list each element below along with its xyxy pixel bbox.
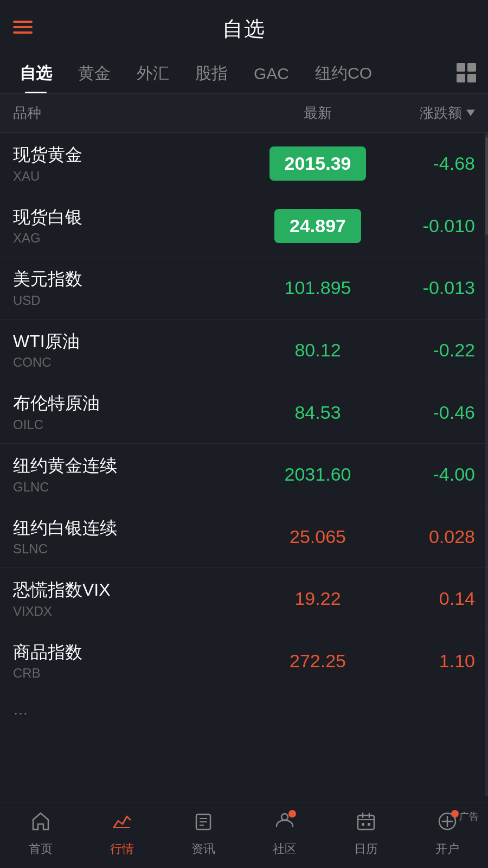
nav-label-news: 资讯 (191, 841, 215, 857)
row-name-en: XAG (13, 231, 258, 246)
community-badge (288, 810, 296, 818)
nav-item-calendar[interactable]: 日历 (339, 811, 393, 857)
row-latest-col: 2015.39 (258, 146, 377, 181)
row-change-col: -0.46 (377, 402, 475, 423)
latest-price: 25.065 (290, 526, 346, 547)
latest-price: 84.53 (294, 402, 341, 423)
table-body: 现货黄金 XAU 2015.39 -4.68 现货白银 XAG 24.897 -… (0, 133, 488, 731)
table-row[interactable]: 现货黄金 XAU 2015.39 -4.68 (0, 133, 488, 195)
tab-huangjin[interactable]: 黄金 (65, 54, 124, 93)
row-name-en: USD (13, 293, 258, 308)
table-row[interactable]: 纽约黄金连续 GLNC 2031.60 -4.00 (0, 444, 488, 506)
row-latest-col: 272.25 (258, 650, 377, 672)
svg-rect-10 (358, 815, 374, 829)
table-header: 品种 最新 涨跌额 (0, 94, 488, 133)
nav-label-community: 社区 (273, 841, 297, 857)
tabs-container: 自选 黄金 外汇 股指 GAC 纽约CO (0, 54, 488, 94)
row-change-col: -0.010 (377, 215, 475, 237)
row-name-en: OILC (13, 417, 258, 432)
latest-price: 2031.60 (285, 464, 351, 484)
table-row[interactable]: 纽约白银连续 SLNC 25.065 0.028 (0, 506, 488, 569)
tab-zixuan[interactable]: 自选 (7, 54, 65, 93)
svg-point-9 (281, 814, 288, 820)
row-latest-col: 101.895 (258, 277, 377, 298)
row-name-zh: 现货黄金 (13, 144, 258, 167)
page-title: 自选 (222, 15, 266, 43)
svg-rect-0 (457, 63, 465, 72)
latest-price-badge: 24.897 (274, 209, 361, 243)
svg-rect-3 (467, 74, 476, 82)
tab-guzhi[interactable]: 股指 (182, 54, 241, 93)
scrollbar-track (485, 133, 488, 796)
row-name-zh: 商品指数 (13, 641, 258, 664)
col-latest-header: 最新 (258, 104, 377, 123)
nav-item-market[interactable]: 行情 (95, 811, 149, 857)
svg-rect-2 (457, 74, 465, 82)
row-latest-col: 2031.60 (258, 464, 377, 485)
row-latest-col: 24.897 (258, 209, 377, 243)
nav-item-home[interactable]: 首页 (14, 811, 68, 857)
sort-arrow-icon (466, 110, 475, 116)
row-change-col: -0.22 (377, 340, 475, 361)
row-name-zh: 恐慌指数VIX (13, 579, 258, 602)
nav-item-news[interactable]: 资讯 (176, 811, 230, 857)
account-icon (437, 811, 458, 837)
row-name-en: GLNC (13, 480, 258, 495)
table-row[interactable]: 现货白银 XAG 24.897 -0.010 (0, 195, 488, 258)
row-change-col: 1.10 (377, 650, 475, 672)
account-badge (451, 810, 459, 818)
nav-label-calendar: 日历 (354, 841, 378, 857)
row-change-col: -4.68 (377, 153, 475, 174)
row-latest-col: 25.065 (258, 526, 377, 547)
grid-view-icon[interactable] (451, 56, 481, 91)
table-row[interactable]: 美元指数 USD 101.895 -0.013 (0, 257, 488, 320)
row-change-col: -0.013 (377, 277, 475, 298)
row-name-en: CONC (13, 355, 258, 370)
col-change-header: 涨跌额 (377, 104, 475, 123)
row-change-col: -4.00 (377, 464, 475, 485)
tab-gac[interactable]: GAC (241, 56, 302, 92)
table-row[interactable]: 恐慌指数VIX VIXDX 19.22 0.14 (0, 568, 488, 630)
nav-label-market: 行情 (110, 841, 134, 857)
nav-item-community[interactable]: 社区 (258, 811, 312, 857)
latest-price: 101.895 (285, 277, 351, 298)
table-row[interactable]: WTI原油 CONC 80.12 -0.22 (0, 320, 488, 382)
nav-label-account: 开户 (435, 841, 459, 857)
row-name-en: SLNC (13, 541, 258, 557)
home-icon (30, 811, 51, 837)
tab-niuyueco[interactable]: 纽约CO (302, 54, 385, 93)
nav-item-account[interactable]: 开户 广告 (420, 811, 474, 857)
latest-price: 80.12 (294, 340, 341, 360)
community-icon (274, 811, 295, 837)
tab-waihui[interactable]: 外汇 (124, 54, 182, 93)
row-latest-col: 80.12 (258, 340, 377, 361)
row-name-zh: 纽约白银连续 (13, 517, 258, 540)
table-row[interactable]: … (0, 692, 488, 731)
bottom-nav: 首页 行情 资讯 (0, 802, 488, 868)
row-latest-col: 19.22 (258, 588, 377, 609)
svg-rect-1 (467, 63, 476, 72)
row-latest-col: 84.53 (258, 402, 377, 423)
table-scroll-area: 现货黄金 XAU 2015.39 -4.68 现货白银 XAG 24.897 -… (0, 133, 488, 796)
chart-icon (112, 811, 132, 837)
header: 自选 (0, 0, 488, 54)
nav-label-home: 首页 (29, 841, 53, 857)
calendar-icon (356, 811, 376, 837)
row-name-zh: 现货白银 (13, 206, 258, 229)
row-name-zh: 美元指数 (13, 268, 258, 291)
news-icon (193, 811, 214, 837)
svg-rect-14 (362, 823, 364, 826)
row-change-col: 0.028 (377, 526, 475, 547)
row-name-zh: WTI原油 (13, 330, 258, 353)
table-row[interactable]: 商品指数 CRB 272.25 1.10 (0, 630, 488, 693)
row-name-en: XAU (13, 169, 258, 184)
row-name-zh: 纽约黄金连续 (13, 455, 258, 477)
col-name-header: 品种 (13, 104, 258, 123)
row-name-zh: 布伦特原油 (13, 392, 258, 415)
scrollbar-thumb[interactable] (485, 137, 488, 235)
row-name-en: CRB (13, 666, 258, 681)
menu-icon[interactable] (13, 21, 33, 34)
row-name-zh: … (13, 700, 475, 719)
row-name-en: VIXDX (13, 604, 258, 619)
table-row[interactable]: 布伦特原油 OILC 84.53 -0.46 (0, 381, 488, 444)
